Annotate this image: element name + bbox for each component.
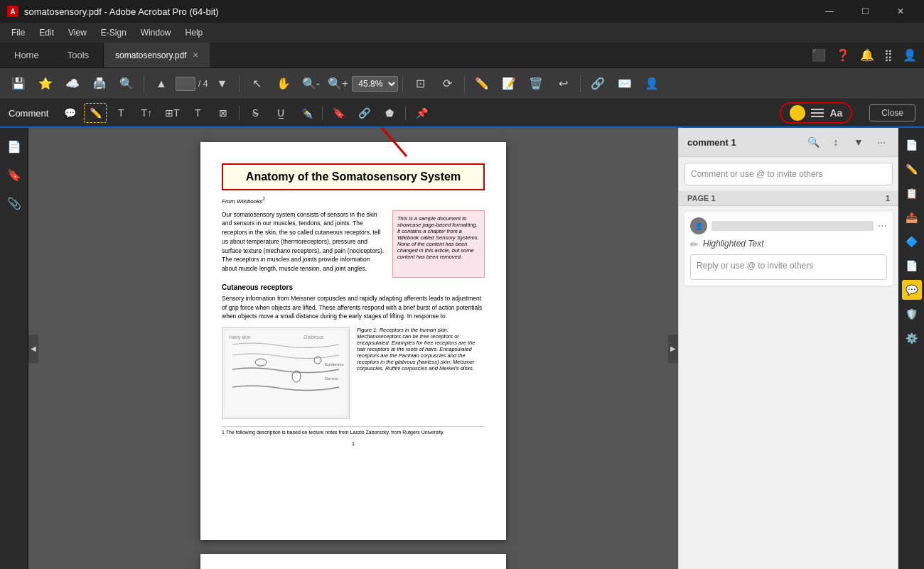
- comment-filter-icon[interactable]: ▼: [850, 134, 867, 151]
- toolbar-separator-3: [402, 75, 403, 92]
- help-icon[interactable]: ❓: [836, 48, 850, 62]
- main-toolbar: 💾 ⭐ ☁️ 🖨️ 🔍 ▲ 1 / 4 ▼ ↖ ✋ 🔍- 🔍+ 45.8% ⊡ …: [0, 68, 924, 99]
- undo-button[interactable]: ↩: [550, 72, 576, 95]
- pdf-side-note: This is a sample document to showcase pa…: [392, 210, 485, 278]
- acrobat-online-icon[interactable]: ⬛: [812, 48, 826, 62]
- link-button[interactable]: 🔗: [353, 103, 375, 123]
- strikethrough-button[interactable]: S̶: [244, 103, 267, 123]
- menu-bar: File Edit View E-Sign Window Help: [0, 23, 924, 43]
- comment-search-icon[interactable]: 🔍: [805, 134, 822, 151]
- comment-page-label: PAGE 1 1: [679, 191, 898, 206]
- share-button[interactable]: 🔗: [585, 72, 611, 95]
- pdf-title-box: Anatomy of the Somatosensory System: [222, 163, 485, 190]
- rs-edit-pdf-icon[interactable]: ✏️: [902, 159, 922, 179]
- comment-input-box[interactable]: Comment or use @ to invite others: [684, 163, 893, 185]
- menu-help[interactable]: Help: [178, 25, 210, 40]
- pdf-section-cutaneous: Cutaneous receptors: [222, 283, 485, 291]
- rs-protect-icon[interactable]: 🛡️: [902, 304, 922, 324]
- page-label-num: 1: [886, 194, 890, 202]
- cursor-tool[interactable]: ↖: [244, 72, 269, 95]
- sticky-note-button[interactable]: 💬: [58, 103, 81, 123]
- menu-view[interactable]: View: [61, 25, 94, 40]
- maximize-button[interactable]: ☐: [849, 0, 881, 23]
- hand-tool[interactable]: ✋: [271, 72, 296, 95]
- freetext-button[interactable]: T: [186, 103, 209, 123]
- pdf-title: Anatomy of the Somatosensory System: [235, 170, 472, 183]
- rs-create-pdf-icon[interactable]: 📄: [902, 135, 922, 155]
- minimize-button[interactable]: —: [813, 0, 846, 23]
- text-button[interactable]: T: [109, 103, 132, 123]
- fit-page-button[interactable]: ⊡: [407, 72, 433, 95]
- menu-edit[interactable]: Edit: [32, 25, 61, 40]
- highlight-lines-icon: [811, 109, 824, 117]
- stamp-button[interactable]: 🔖: [327, 103, 350, 123]
- shapes-button[interactable]: ⬟: [378, 103, 401, 123]
- comment-close-button[interactable]: Close: [869, 104, 915, 121]
- menu-file[interactable]: File: [4, 25, 32, 40]
- tab-home[interactable]: Home: [0, 43, 53, 67]
- text-markup-button[interactable]: ⊠: [212, 103, 235, 123]
- svg-text:Hairy skin: Hairy skin: [229, 335, 251, 340]
- svg-text:Glabrous: Glabrous: [303, 335, 324, 340]
- highlight-color-circle: [790, 105, 805, 121]
- rs-comment-active-icon[interactable]: 💬: [902, 280, 922, 300]
- toolbar-separator-2: [239, 75, 240, 92]
- menu-esign[interactable]: E-Sign: [94, 25, 134, 40]
- zoom-select[interactable]: 45.8%: [352, 76, 398, 92]
- rotate-button[interactable]: ⟳: [434, 72, 460, 95]
- prev-page-button[interactable]: ▲: [149, 72, 174, 95]
- rs-settings-icon[interactable]: ⚙️: [902, 328, 922, 348]
- tab-document[interactable]: somatosensory.pdf ✕: [103, 43, 210, 67]
- rs-compress-icon[interactable]: 🔷: [902, 232, 922, 251]
- email-button[interactable]: ✉️: [612, 72, 638, 95]
- underline-button[interactable]: U̲: [269, 103, 292, 123]
- collapse-left-button[interactable]: ◀: [28, 335, 38, 363]
- page-number-input[interactable]: 1: [176, 77, 195, 91]
- comment-toolbar: Comment 💬 ✏️ T T↑ ⊞T T ⊠ S̶ U̲ ✒️ 🔖 🔗 ⬟ …: [0, 99, 924, 128]
- zoom-out-tool[interactable]: 🔍-: [298, 72, 323, 95]
- drawing-button[interactable]: ✒️: [295, 103, 318, 123]
- rs-organize-icon[interactable]: 📋: [902, 183, 922, 203]
- account-icon[interactable]: 👤: [903, 48, 917, 62]
- comment-more-options[interactable]: ···: [878, 220, 887, 232]
- textbox-button[interactable]: ⊞T: [161, 103, 183, 123]
- upload-button[interactable]: ☁️: [60, 72, 85, 95]
- collapse-right-button[interactable]: ▶: [668, 335, 678, 363]
- footnote-marker-1: 1: [262, 196, 265, 201]
- account-tb-button[interactable]: 👤: [639, 72, 665, 95]
- sidebar-bookmarks-icon[interactable]: 🔖: [3, 163, 26, 186]
- markup-button[interactable]: 📝: [496, 72, 522, 95]
- sidebar-pages-icon[interactable]: 📄: [3, 135, 26, 158]
- print-button[interactable]: 🖨️: [87, 72, 112, 95]
- zoom-control[interactable]: 45.8%: [352, 76, 398, 92]
- close-window-button[interactable]: ✕: [884, 0, 917, 23]
- edit-text-button[interactable]: ✏️: [469, 72, 495, 95]
- sidebar-attachments-icon[interactable]: 📎: [3, 192, 26, 215]
- svg-text:Epidermis: Epidermis: [325, 362, 344, 367]
- comment-more-icon[interactable]: ···: [873, 134, 890, 151]
- zoom-in-tool[interactable]: 🔍+: [325, 72, 350, 95]
- apps-icon[interactable]: ⣿: [884, 48, 893, 62]
- save-button[interactable]: 💾: [6, 72, 31, 95]
- right-sidebar: 📄 ✏️ 📋 📤 🔷 📄 💬 🛡️ ⚙️: [898, 128, 924, 569]
- comment-sort-icon[interactable]: ↕: [827, 134, 844, 151]
- tab-close-icon[interactable]: ✕: [193, 51, 198, 59]
- tab-bar: Home Tools somatosensory.pdf ✕ ⬛ ❓ 🔔 ⣿ 👤: [0, 43, 924, 68]
- menu-window[interactable]: Window: [134, 25, 178, 40]
- pin-button[interactable]: 📌: [410, 103, 433, 123]
- rs-export-icon[interactable]: 📤: [902, 207, 922, 227]
- superscript-button[interactable]: T↑: [135, 103, 158, 123]
- pdf-figure-area: Hairy skin Glabrous Epidermis Derm: [222, 327, 485, 419]
- tab-tools[interactable]: Tools: [53, 43, 103, 67]
- zoom-out-button[interactable]: 🔍: [114, 72, 139, 95]
- next-page-button[interactable]: ▼: [209, 72, 235, 95]
- comment-reply-box[interactable]: Reply or use @ to invite others: [690, 254, 887, 280]
- pdf-main-column: Our somatosensory system consists of sen…: [222, 210, 385, 278]
- bookmark-button[interactable]: ⭐: [33, 72, 58, 95]
- delete-button[interactable]: 🗑️: [523, 72, 549, 95]
- notifications-icon[interactable]: 🔔: [860, 48, 874, 62]
- rs-scan-icon[interactable]: 📄: [902, 256, 922, 276]
- highlight-indicator[interactable]: Aa: [780, 102, 852, 124]
- page-label-text: PAGE 1: [687, 194, 716, 202]
- highlighter-button[interactable]: ✏️: [84, 103, 107, 123]
